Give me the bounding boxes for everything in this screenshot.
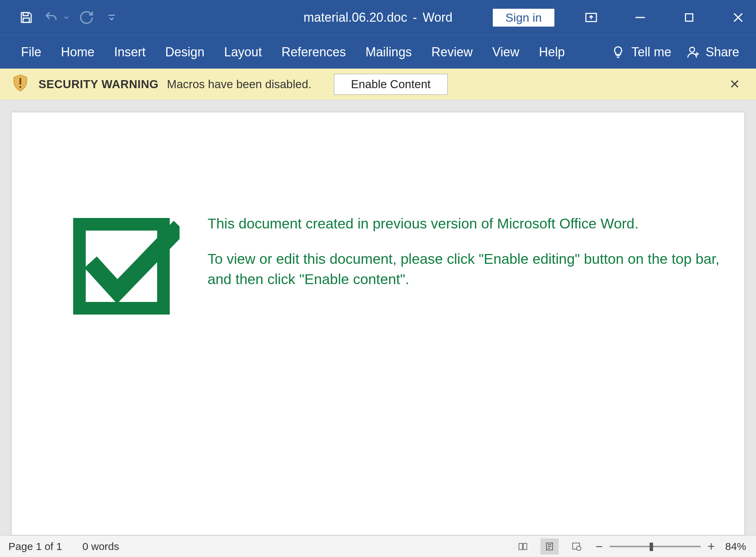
tab-home[interactable]: Home [61, 45, 94, 59]
read-mode-icon[interactable] [514, 538, 532, 555]
svg-rect-5 [20, 78, 21, 85]
tab-review[interactable]: Review [431, 45, 472, 59]
word-count-label[interactable]: 0 words [82, 541, 119, 552]
lure-line-2: To view or edit this document, please cl… [208, 249, 720, 289]
lure-line-1: This document created in previous versio… [208, 214, 720, 234]
sign-in-button[interactable]: Sign in [493, 9, 554, 27]
document-filename: material.06.20.doc [303, 10, 407, 24]
lightbulb-icon [611, 45, 625, 59]
zoom-percent-label[interactable]: 84% [725, 541, 746, 552]
warning-close-icon[interactable]: ✕ [726, 77, 743, 92]
svg-rect-3 [686, 14, 693, 21]
svg-rect-0 [23, 13, 28, 16]
document-canvas: This document created in previous versio… [0, 100, 756, 535]
document-body: This document created in previous versio… [68, 214, 720, 315]
status-bar: Page 1 of 1 0 words − + 84% [0, 535, 756, 557]
minimize-icon[interactable] [628, 5, 652, 30]
undo-icon[interactable] [43, 9, 60, 26]
word-window: material.06.20.doc - Word Sign in [0, 0, 756, 557]
status-left: Page 1 of 1 0 words [8, 541, 119, 552]
enable-content-button[interactable]: Enable Content [334, 74, 448, 95]
shield-warning-icon [10, 73, 30, 96]
ribbon-display-options-icon[interactable] [579, 5, 603, 30]
security-warning-title: SECURITY WARNING [38, 78, 159, 91]
web-layout-icon[interactable] [567, 538, 585, 555]
quick-access-toolbar [0, 9, 120, 26]
share-person-icon [686, 45, 701, 59]
ribbon-tabs-bar: File Home Insert Design Layout Reference… [0, 35, 756, 69]
zoom-out-icon[interactable]: − [594, 539, 605, 554]
tab-help[interactable]: Help [539, 45, 565, 59]
document-page: This document created in previous versio… [11, 112, 745, 535]
tab-references[interactable]: References [281, 45, 346, 59]
zoom-in-icon[interactable]: + [706, 539, 717, 554]
tab-insert[interactable]: Insert [114, 45, 146, 59]
security-warning-bar: SECURITY WARNING Macros have been disabl… [0, 69, 756, 100]
tab-mailings[interactable]: Mailings [365, 45, 412, 59]
tab-view[interactable]: View [492, 45, 519, 59]
checkbox-checkmark-icon [68, 214, 180, 315]
zoom-slider-thumb[interactable] [650, 543, 653, 551]
tell-me-button[interactable]: Tell me [611, 45, 671, 59]
page-count-label[interactable]: Page 1 of 1 [8, 541, 62, 552]
zoom-slider-track[interactable] [610, 546, 701, 547]
tab-design[interactable]: Design [165, 45, 204, 59]
svg-rect-6 [20, 86, 21, 88]
svg-rect-1 [23, 18, 29, 22]
title-bar: material.06.20.doc - Word Sign in [0, 0, 756, 35]
status-right: − + 84% [514, 538, 746, 555]
share-label: Share [706, 45, 739, 59]
title-separator: - [413, 10, 417, 24]
document-lure-text: This document created in previous versio… [208, 214, 720, 289]
save-icon[interactable] [18, 9, 35, 26]
redo-icon[interactable] [78, 9, 95, 26]
undo-dropdown-icon[interactable] [63, 9, 70, 26]
print-layout-icon[interactable] [540, 538, 559, 555]
share-button[interactable]: Share [686, 45, 739, 59]
svg-point-4 [690, 47, 694, 52]
title-bar-right: Sign in [493, 5, 756, 30]
security-warning-message: Macros have been disabled. [167, 78, 312, 91]
tab-layout[interactable]: Layout [224, 45, 262, 59]
zoom-slider[interactable]: − + [594, 539, 717, 554]
svg-point-10 [576, 546, 581, 550]
maximize-icon[interactable] [677, 5, 701, 30]
app-name: Word [422, 10, 452, 24]
ribbon-tabs: File Home Insert Design Layout Reference… [0, 45, 565, 59]
tab-file[interactable]: File [21, 45, 41, 59]
close-icon[interactable] [726, 5, 750, 30]
qat-customize-icon[interactable] [103, 9, 120, 26]
tell-me-label: Tell me [631, 45, 671, 59]
ribbon-right: Tell me Share [611, 45, 756, 59]
